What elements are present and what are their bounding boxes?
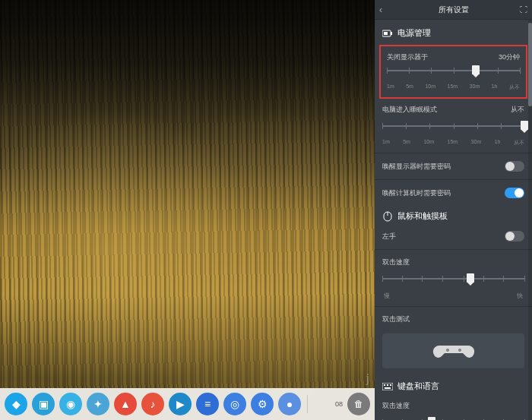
dock-trash[interactable]: 🗑 [347,393,370,415]
dock-launcher[interactable]: ◆ [5,393,27,415]
section-mouse-title: 鼠标和触摸板 [397,210,448,222]
panel-title: 所有设置 [439,5,469,15]
section-power-title: 电源管理 [397,27,431,39]
display-off-row: 关闭显示器于 30分钟 [384,49,523,64]
sleep-thumb[interactable] [521,121,528,130]
repeat-speed-thumb[interactable] [428,417,435,420]
sleep-ticks: 1m 5m 10m 15m 30m 1h 从不 [382,139,524,147]
dock-app3[interactable]: ● [278,393,301,415]
dblclick-speed-thumb[interactable] [467,273,474,283]
wake-display-row: 唤醒显示器时需要密码 [375,156,532,176]
panel-body[interactable]: 电源管理 关闭显示器于 30分钟 1m 5m 10m [375,20,532,420]
display-off-thumb[interactable] [472,65,480,74]
sleep-value: 从不 [511,105,524,115]
dock-app1[interactable]: ◉ [59,393,82,415]
dock-music[interactable]: ♪ [141,393,164,415]
wake-display-toggle[interactable] [505,161,524,172]
dock-office[interactable]: ≡ [196,393,219,415]
display-off-slider[interactable]: 1m 5m 10m 15m 30m 1h 从不 [384,64,523,93]
back-icon[interactable]: ‹ [379,5,382,15]
dblclick-speed-slider[interactable]: 慢 快 [375,272,532,303]
settings-panel: ‹ 所有设置 ⛶ 电源管理 关闭显示器于 30分钟 [375,0,532,420]
svg-rect-7 [382,383,393,390]
dblclick-speed-label: 双击速度 [382,257,410,267]
dblclick-test-area[interactable] [382,333,524,368]
panel-scrollbar[interactable] [528,20,532,420]
expand-icon[interactable]: ⛶ [520,5,527,14]
mouse-icon [382,211,393,222]
dock-app2[interactable]: ✦ [87,393,109,415]
display-off-ticks: 1m 5m 10m 15m 30m 1h 从不 [387,84,520,91]
svg-point-5 [446,349,449,352]
repeat-speed-row: 双击速度 [375,396,532,415]
svg-rect-8 [384,384,385,386]
wake-computer-label: 唤醒计算机时需要密码 [382,188,451,198]
svg-rect-1 [391,32,392,35]
dblclick-speed-row: 双击速度 [375,253,532,272]
dblclick-min: 慢 [384,292,390,300]
svg-point-6 [458,349,461,352]
section-keyboard: 键盘和语言 [375,373,532,396]
section-power: 电源管理 [375,20,532,43]
dock-settings[interactable]: ⚙ [251,393,274,415]
sleep-label: 电脑进入睡眠模式 [382,105,437,115]
left-hand-toggle[interactable] [505,231,524,242]
dock-store[interactable]: ▲ [114,393,137,415]
svg-rect-2 [384,32,388,35]
svg-rect-10 [390,384,391,386]
repeat-speed-slider[interactable]: 慢 [375,415,532,420]
watermark: j [366,371,369,385]
wake-computer-row: 唤醒计算机时需要密码 [375,183,532,203]
left-hand-row: 左手 [375,226,532,246]
sleep-slider[interactable]: 1m 5m 10m 15m 30m 1h 从不 [375,119,532,150]
gamepad-icon [431,339,477,362]
dock-video[interactable]: ▶ [169,393,192,415]
repeat-speed-label: 双击速度 [382,401,410,411]
dock-files[interactable]: ▣ [32,393,55,415]
sleep-row: 电脑进入睡眠模式 从不 [375,100,532,119]
left-hand-label: 左手 [382,232,396,242]
section-mouse: 鼠标和触摸板 [375,203,532,226]
highlighted-setting: 关闭显示器于 30分钟 1m 5m 10m 15m 30m [379,45,527,99]
svg-rect-11 [385,387,391,389]
dblclick-max: 快 [517,292,523,300]
battery-icon [382,28,393,39]
display-off-value: 30分钟 [499,52,520,62]
wake-display-label: 唤醒显示器时需要密码 [382,162,451,172]
dblclick-test-label: 双击测试 [382,314,410,324]
display-off-label: 关闭显示器于 [387,52,428,62]
wake-computer-toggle[interactable] [505,188,524,198]
desktop-wallpaper [0,0,375,420]
dock: ◆ ▣ ◉ ✦ ▲ ♪ ▶ ≡ ◎ ⚙ ● 08 🗑 [0,388,375,420]
dock-tray-badge[interactable]: 08 [335,400,343,408]
section-keyboard-title: 键盘和语言 [397,381,439,392]
dock-separator [307,395,308,413]
keyboard-icon [382,381,393,392]
dock-browser[interactable]: ◎ [223,393,246,415]
dblclick-test-row: 双击测试 [375,310,532,329]
svg-rect-9 [387,384,388,386]
panel-header: ‹ 所有设置 ⛶ [375,0,532,20]
